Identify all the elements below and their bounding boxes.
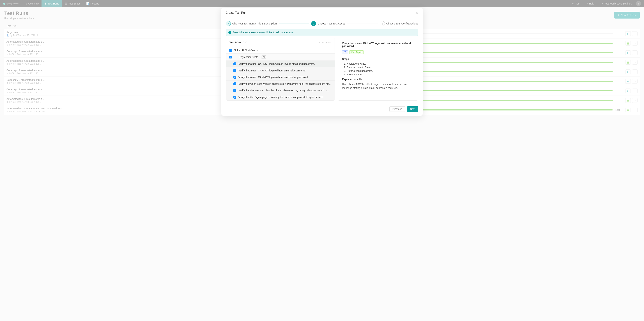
selected-count: 71 Selected [319, 41, 331, 44]
suite-checkbox[interactable] [229, 56, 232, 59]
previous-button[interactable]: Previous [390, 106, 405, 112]
step-item: Navigate to URL. [347, 62, 414, 65]
steps-heading: Steps [342, 58, 414, 60]
step-item: Press Sign in. [347, 73, 414, 76]
case-title: Verify that when user types in character… [238, 82, 331, 85]
case-checkbox[interactable] [234, 62, 236, 65]
collapse-icon[interactable]: − [234, 56, 237, 59]
step-connector [347, 24, 378, 24]
create-test-run-modal: Create Test Run ✕ ✓Give Your Test Run A … [222, 8, 422, 115]
detail-title: Verify that a user CANNOT login with an … [342, 42, 414, 48]
step-circle: 2 [311, 21, 316, 26]
expected-heading: Expected results [342, 78, 414, 81]
step-item: Enter an invalid Email. [347, 66, 414, 69]
step-label: Give Your Test Run A Title & Description [232, 22, 277, 25]
step-item: Enter a valid password. [347, 69, 414, 72]
suites-count-badge: 3 [243, 41, 247, 44]
test-case-row[interactable]: Verify that the user can view the hidden… [226, 87, 334, 94]
case-title: Verify that the Signin page is visually … [238, 96, 324, 99]
suite-name: Regression Tests [239, 56, 258, 59]
step-label: Choose Your Test Cases [318, 22, 345, 25]
close-button[interactable]: ✕ [416, 11, 418, 15]
test-cases-panel: Test Suites 3 71 Selected Select All Tes… [226, 38, 335, 101]
case-checkbox[interactable] [234, 89, 236, 92]
test-case-row[interactable]: Verify that a user CANNOT login without … [226, 74, 334, 80]
case-title: Verify that a user CANNOT login with an … [238, 62, 315, 65]
test-case-row[interactable]: Verify that when user types in character… [226, 80, 334, 87]
test-case-row[interactable]: Verify that a user CANNOT login without … [226, 67, 334, 74]
case-checkbox[interactable] [234, 69, 236, 72]
suite-count-badge: 71 [261, 55, 266, 59]
suites-title: Test Suites [229, 41, 241, 44]
case-checkbox[interactable] [234, 96, 236, 99]
priority-tag: P1 [342, 50, 348, 54]
info-banner: i Select the test cases you would like t… [226, 29, 418, 36]
wizard-step-2[interactable]: 2Choose Your Test Cases [311, 21, 345, 26]
step-circle: 3 [380, 21, 385, 26]
select-all-row[interactable]: Select All Test Cases [226, 47, 334, 53]
close-icon: ✕ [416, 11, 418, 15]
step-label: Choose Your Configuration/s [386, 22, 418, 25]
test-case-detail-panel: Verify that a user CANNOT login with an … [338, 38, 418, 101]
select-all-label: Select All Test Cases [234, 49, 258, 52]
step-circle: ✓ [226, 21, 231, 26]
test-case-row[interactable]: Verify that the Signin page is visually … [226, 94, 334, 100]
suite-row[interactable]: − Regression Tests 71 [226, 53, 334, 60]
wizard-step-3[interactable]: 3Choose Your Configuration/s [380, 21, 418, 26]
case-checkbox[interactable] [234, 76, 236, 79]
info-icon: i [228, 31, 231, 34]
next-button[interactable]: Next [407, 106, 418, 112]
case-title: Verify that a user CANNOT login without … [238, 76, 308, 79]
test-case-row[interactable]: Verify that a user CANNOT login with an … [226, 60, 334, 67]
case-title: Verify that a user CANNOT login without … [238, 69, 306, 72]
modal-overlay: Create Test Run ✕ ✓Give Your Test Run A … [0, 0, 644, 115]
modal-title: Create Test Run [226, 11, 246, 14]
wizard-step-1[interactable]: ✓Give Your Test Run A Title & Descriptio… [226, 21, 277, 26]
select-all-checkbox[interactable] [229, 49, 232, 52]
expected-text: User should NOT be able to login. User s… [342, 82, 414, 90]
case-title: Verify that the user can view the hidden… [238, 89, 330, 92]
step-connector [279, 24, 309, 24]
case-checkbox[interactable] [234, 82, 236, 85]
category-tag: User Signin [349, 50, 364, 54]
